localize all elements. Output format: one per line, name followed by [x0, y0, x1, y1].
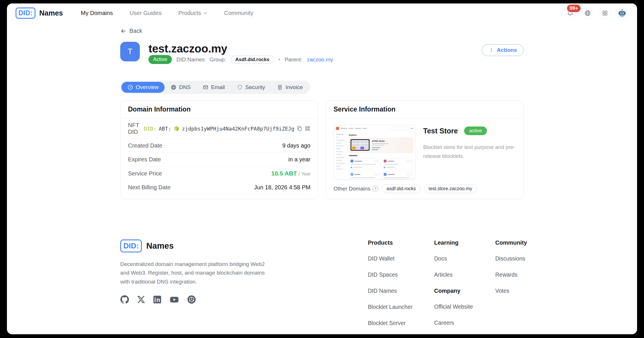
tab-bar: Overview DNS Email Security Invoice — [120, 81, 310, 94]
copy-icon[interactable] — [297, 126, 302, 131]
app-window: DID: Names My Domains User Guides Produc… — [7, 3, 637, 334]
other-domain-chip[interactable]: test.store.zaczoo.my — [424, 184, 477, 193]
thumb-explore-heading: Explore — [349, 134, 413, 136]
actions-button[interactable]: Actions — [482, 44, 524, 56]
other-domains-label: Other Domains — [334, 186, 370, 192]
chevron-down-icon — [203, 11, 208, 15]
next-billing-value: Jun 18, 2026 4:58 PM — [254, 184, 310, 191]
nft-did-chain: ABT: — [159, 126, 171, 132]
footer: DID: Names Decentralized domain manageme… — [7, 239, 637, 334]
footer-did-logo: DID: — [120, 239, 142, 252]
globe-icon — [171, 84, 176, 90]
nft-did-hash: zjdpbs1yWPHju4Na42KnFcPA8p7Ujf9iZEJg — [182, 126, 294, 132]
parent-label: Parent: — [285, 56, 302, 63]
dot-separator — [278, 59, 280, 60]
kebab-menu-icon — [489, 48, 494, 53]
page-title: test.zaczoo.my — [148, 42, 333, 55]
logo-names-label[interactable]: Names — [39, 9, 63, 17]
qr-code-icon[interactable] — [305, 126, 310, 131]
linkedin-icon[interactable] — [153, 295, 161, 304]
shield-icon — [237, 84, 243, 90]
notifications-button[interactable]: 99+ — [564, 7, 577, 19]
did-logo[interactable]: DID: — [16, 7, 35, 19]
footer-link-careers[interactable]: Careers — [434, 320, 495, 326]
nft-gem-icon — [174, 126, 180, 132]
footer-link-did-wallet[interactable]: DID Wallet — [368, 255, 434, 262]
help-icon[interactable]: ? — [372, 186, 379, 192]
thumb-topbar — [334, 125, 415, 132]
domain-header: T test.zaczoo.my Active DID:Names Group:… — [120, 42, 524, 65]
footer-link-did-spaces[interactable]: DID Spaces — [368, 271, 434, 278]
thumb-hero-title: AIGNE Studio — [372, 140, 411, 142]
domain-information-card: Domain Information NFT DID DID:ABT: zjdp… — [120, 100, 318, 199]
service-info-title: Service Information — [326, 101, 524, 118]
footer-link-blocklet-launcher[interactable]: Blocklet Launcher — [368, 304, 434, 310]
footer-col-community: Community Discussions Rewards Votes — [495, 239, 524, 334]
tab-dns[interactable]: DNS — [165, 82, 197, 93]
footer-link-rewards[interactable]: Rewards — [495, 271, 524, 278]
expires-date-value: in a year — [288, 156, 310, 163]
group-label: Group: — [209, 56, 226, 63]
next-billing-row: Next Billing Date Jun 18, 2026 4:58 PM — [128, 181, 310, 195]
footer-link-articles[interactable]: Articles — [434, 271, 495, 278]
back-button[interactable]: Back — [120, 28, 142, 34]
service-information-card: Service Information — [326, 100, 524, 199]
back-arrow-icon — [120, 28, 127, 34]
robot-avatar-icon — [616, 7, 628, 19]
nft-did-prefix: DID: — [144, 126, 156, 132]
nav-community[interactable]: Community — [224, 10, 253, 16]
user-avatar[interactable] — [616, 7, 628, 19]
created-date-row: Created Date 9 days ago — [128, 139, 310, 153]
store-logo-icon — [336, 127, 339, 130]
footer-col-learning-company: Learning Docs Articles Company Official … — [434, 239, 495, 334]
expires-date-row: Expires Date in a year — [128, 153, 310, 167]
language-button[interactable] — [581, 7, 594, 19]
footer-link-votes[interactable]: Votes — [495, 288, 524, 294]
tab-email[interactable]: Email — [197, 82, 231, 93]
arcblock-icon[interactable] — [187, 295, 196, 304]
x-twitter-icon[interactable] — [137, 296, 145, 303]
thumb-sidebar — [334, 132, 348, 180]
status-badge: Active — [148, 55, 172, 64]
thumb-laptop-image — [351, 139, 370, 151]
parent-domain-link[interactable]: zaczoo.my — [307, 56, 333, 63]
notification-count-badge: 99+ — [566, 4, 581, 13]
thumb-app-card — [349, 158, 380, 169]
footer-link-official-website[interactable]: Official Website — [434, 303, 495, 310]
nav-my-domains[interactable]: My Domains — [81, 10, 113, 16]
footer-col-products: Products DID Wallet DID Spaces DID Names… — [368, 239, 434, 334]
group-chip[interactable]: Asdf.did.rocks — [231, 55, 274, 64]
tab-invoice[interactable]: Invoice — [271, 82, 309, 93]
footer-link-did-names[interactable]: DID Names — [368, 288, 434, 294]
service-price-value: 10.5 ABT — [271, 170, 297, 177]
nav-user-guides[interactable]: User Guides — [129, 10, 161, 16]
other-domain-chip[interactable]: asdf.did.rocks — [382, 184, 421, 193]
tab-security[interactable]: Security — [231, 82, 271, 93]
footer-description: Decentralized domain management platform… — [120, 260, 270, 286]
back-label: Back — [129, 28, 142, 34]
view-details-link[interactable]: View Details — [280, 198, 310, 199]
github-icon[interactable] — [120, 295, 129, 304]
nav-products[interactable]: Products — [178, 10, 208, 16]
created-date-value: 9 days ago — [282, 142, 310, 149]
youtube-icon[interactable] — [170, 295, 179, 304]
service-description: Blocklet store for test purpose and pre-… — [423, 143, 518, 161]
main-nav: My Domains User Guides Products Communit… — [81, 10, 253, 16]
header-actions: 99+ — [564, 7, 628, 19]
service-price-unit: / Year — [299, 171, 310, 176]
thumb-app-card — [349, 171, 380, 180]
footer-link-blocklet-server[interactable]: Blocklet Server — [368, 320, 434, 326]
service-name: Test Store — [423, 127, 458, 135]
thumb-hero-banner: AIGNE Studio — [349, 137, 413, 153]
footer-link-docs[interactable]: Docs — [434, 255, 495, 262]
footer-link-discussions[interactable]: Discussions — [495, 255, 524, 262]
domain-info-title: Domain Information — [120, 101, 318, 118]
apps-button[interactable] — [598, 7, 611, 19]
tab-overview[interactable]: Overview — [121, 82, 165, 93]
thumb-app-card — [382, 158, 413, 169]
nft-did-row: NFT DID DID:ABT: zjdpbs1yWPHju4Na42KnFcP… — [128, 118, 310, 139]
footer-logo-names: Names — [146, 241, 174, 251]
top-navbar: DID: Names My Domains User Guides Produc… — [7, 3, 637, 22]
service-status-badge: active — [464, 126, 487, 135]
store-thumbnail[interactable]: Explore AIGNE Studio — [334, 125, 416, 180]
